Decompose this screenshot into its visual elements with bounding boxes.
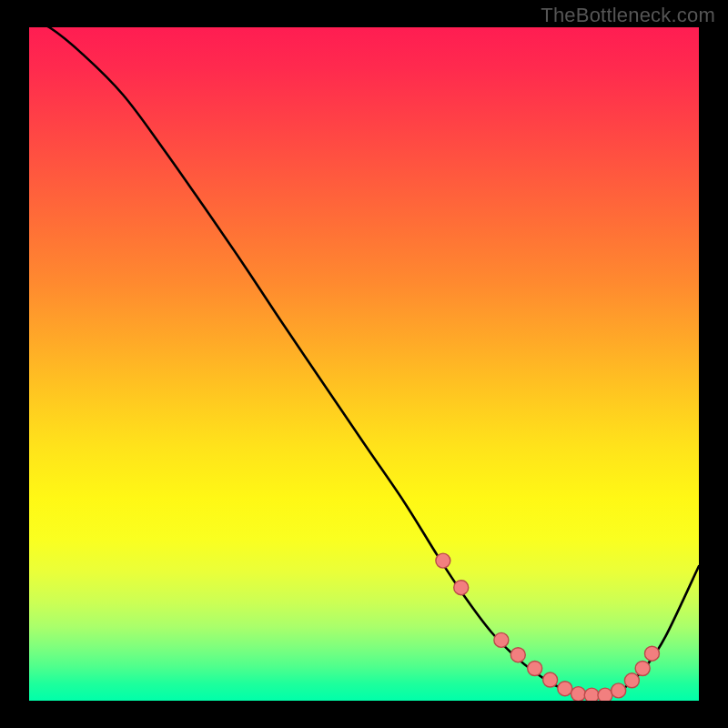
- data-marker: [511, 648, 525, 662]
- plot-area: [29, 27, 699, 701]
- watermark-text: TheBottleneck.com: [541, 4, 715, 27]
- marker-group: [436, 553, 660, 701]
- data-marker: [635, 661, 650, 675]
- data-marker: [598, 688, 612, 701]
- chart-container: TheBottleneck.com: [0, 0, 728, 728]
- data-marker: [454, 581, 469, 595]
- data-marker: [612, 683, 626, 698]
- data-marker: [558, 682, 572, 696]
- data-marker: [528, 661, 542, 675]
- curve-line: [29, 27, 699, 696]
- data-marker: [436, 553, 450, 568]
- data-marker: [624, 673, 639, 688]
- data-marker: [571, 687, 586, 701]
- data-marker: [644, 646, 659, 661]
- chart-svg: [29, 27, 699, 701]
- data-marker: [584, 688, 599, 701]
- data-marker: [494, 632, 509, 647]
- data-marker: [543, 672, 558, 687]
